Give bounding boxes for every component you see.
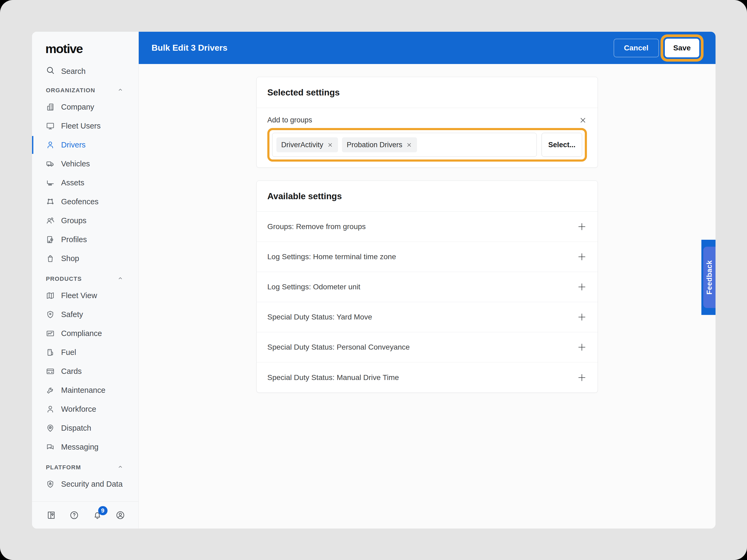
people-icon (46, 216, 55, 225)
remove-chip-icon[interactable] (406, 142, 412, 148)
remove-chip-icon[interactable] (327, 142, 333, 148)
chevron-up-icon (117, 275, 124, 283)
shield-lock-icon (46, 480, 55, 488)
group-chip-label: Probation Drivers (347, 141, 403, 149)
group-chip-label: DriverActivity (281, 141, 323, 149)
account-icon[interactable] (115, 510, 125, 520)
add-setting-button[interactable] (577, 252, 587, 262)
available-setting-row: Log Settings: Home terminal time zone (257, 242, 598, 272)
add-to-groups-setting: Add to groups DriverActivity P (257, 108, 598, 167)
sidebar-search-label: Search (61, 67, 86, 76)
available-setting-row: Special Duty Status: Yard Move (257, 302, 598, 332)
chevron-up-icon (117, 464, 124, 471)
guide-map-icon[interactable] (46, 510, 56, 520)
credit-card-icon (46, 367, 55, 376)
notifications-bell-icon[interactable]: 9 (93, 510, 102, 520)
add-setting-button[interactable] (577, 221, 587, 232)
sidebar-item-vehicles[interactable]: Vehicles (32, 154, 138, 174)
person-icon (46, 140, 55, 149)
cancel-button[interactable]: Cancel (614, 39, 659, 57)
steps-chart-icon (46, 329, 55, 338)
add-to-groups-label: Add to groups (267, 116, 312, 124)
sidebar-footer: 9 (32, 501, 138, 529)
group-chip: Probation Drivers (342, 137, 417, 152)
screenshot-background: motive Search ORGANIZATION Company Fleet… (0, 0, 747, 560)
geofence-icon (46, 197, 55, 206)
sidebar-item-drivers[interactable]: Drivers (32, 135, 138, 154)
select-groups-button[interactable]: Select... (542, 133, 582, 157)
available-setting-row: Log Settings: Odometer unit (257, 272, 598, 302)
available-setting-row: Groups: Remove from groups (257, 212, 598, 242)
sidebar-item-fleet-view[interactable]: Fleet View (32, 286, 138, 305)
help-icon[interactable] (69, 510, 79, 520)
groups-input[interactable]: DriverActivity Probation Drivers (272, 133, 537, 157)
feedback-tab-inner: Feedback (703, 247, 716, 308)
sidebar-item-cards[interactable]: Cards (32, 362, 138, 381)
sidebar-item-compliance[interactable]: Compliance (32, 324, 138, 343)
trailer-icon (46, 179, 55, 187)
sidebar-item-maintenance[interactable]: Maintenance (32, 381, 138, 400)
sidebar-item-company[interactable]: Company (32, 98, 138, 116)
add-setting-button[interactable] (577, 342, 587, 352)
sidebar: motive Search ORGANIZATION Company Fleet… (32, 32, 139, 529)
sidebar-item-assets[interactable]: Assets (32, 174, 138, 192)
chevron-up-icon (117, 87, 124, 94)
page-title: Bulk Edit 3 Drivers (152, 43, 228, 53)
fuel-pump-icon (46, 348, 55, 357)
building-icon (46, 103, 55, 111)
shopping-bag-icon (46, 254, 55, 263)
truck-icon (46, 159, 55, 168)
selected-settings-card: Selected settings Add to groups DriverAc… (256, 77, 598, 168)
shield-icon (46, 310, 55, 319)
selected-settings-title: Selected settings (267, 87, 340, 98)
sidebar-item-dispatch[interactable]: Dispatch (32, 419, 138, 437)
notification-count-badge: 9 (98, 506, 107, 515)
wrench-icon (46, 386, 55, 395)
sidebar-item-security-and-data[interactable]: Security and Data (32, 475, 138, 494)
sidebar-section-products[interactable]: PRODUCTS (32, 272, 138, 286)
sidebar-item-fleet-users[interactable]: Fleet Users (32, 116, 138, 135)
sidebar-item-groups[interactable]: Groups (32, 211, 138, 230)
feedback-label: Feedback (705, 260, 714, 295)
sidebar-item-profiles[interactable]: Profiles (32, 230, 138, 249)
add-setting-button[interactable] (577, 312, 587, 322)
chat-bubbles-icon (46, 443, 55, 451)
remove-setting-icon[interactable] (579, 116, 587, 124)
available-settings-header: Available settings (257, 181, 598, 212)
sidebar-section-organization[interactable]: ORGANIZATION (32, 83, 138, 98)
app-window: motive Search ORGANIZATION Company Fleet… (32, 32, 716, 529)
main-content: Selected settings Add to groups DriverAc… (139, 64, 716, 529)
page-header: Bulk Edit 3 Drivers Cancel Save (139, 32, 716, 64)
available-setting-row: Special Duty Status: Personal Conveyance (257, 332, 598, 363)
group-chip: DriverActivity (276, 137, 338, 152)
sidebar-search[interactable]: Search (32, 63, 138, 79)
sidebar-item-workforce[interactable]: Workforce (32, 400, 138, 419)
available-settings-title: Available settings (267, 191, 342, 201)
selected-settings-header: Selected settings (257, 77, 598, 108)
add-setting-button[interactable] (577, 282, 587, 292)
save-button[interactable]: Save (665, 39, 699, 57)
sidebar-item-messaging[interactable]: Messaging (32, 437, 138, 456)
profile-gear-icon (46, 235, 55, 244)
dispatch-pin-icon (46, 424, 55, 432)
add-setting-button[interactable] (577, 373, 587, 383)
feedback-tab[interactable]: Feedback (701, 240, 716, 315)
available-setting-row: Special Duty Status: Manual Drive Time (257, 363, 598, 393)
sidebar-item-shop[interactable]: Shop (32, 249, 138, 268)
groups-highlight-ring: DriverActivity Probation Drivers Select.… (267, 128, 587, 162)
header-actions: Cancel Save (614, 39, 703, 57)
search-icon (46, 66, 55, 77)
monitor-icon (46, 122, 55, 130)
map-icon (46, 291, 55, 300)
available-settings-card: Available settings Groups: Remove from g… (256, 181, 598, 393)
sidebar-item-safety[interactable]: Safety (32, 305, 138, 324)
sidebar-item-geofences[interactable]: Geofences (32, 192, 138, 211)
motive-logo: motive (45, 41, 138, 56)
sidebar-item-fuel[interactable]: Fuel (32, 343, 138, 362)
sidebar-section-platform[interactable]: PLATFORM (32, 460, 138, 475)
person-icon (46, 405, 55, 414)
